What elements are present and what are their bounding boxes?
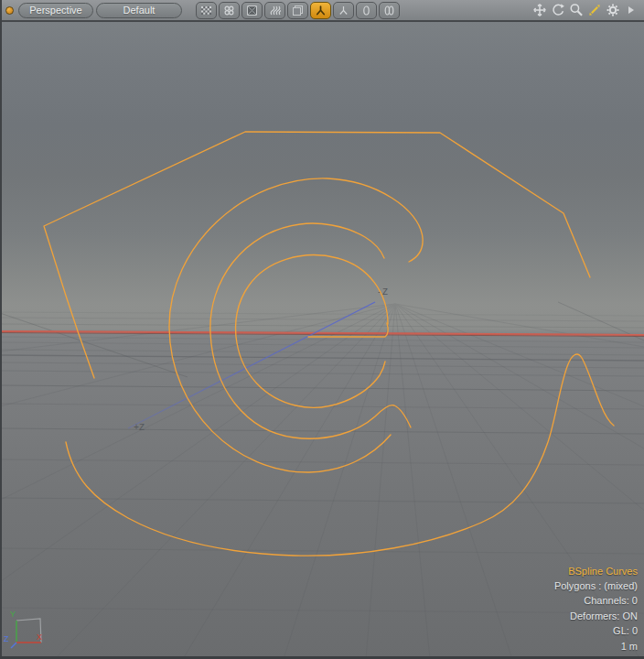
single-loop-icon[interactable]	[356, 2, 377, 19]
viewport-info-readout: BSpline Curves Polygons : (mixed) Channe…	[554, 564, 638, 654]
view-mode-button-row	[196, 2, 402, 19]
overlay-squares-icon[interactable]	[287, 2, 308, 19]
shaded-square-icon[interactable]	[242, 2, 263, 19]
pos-z-label: +Z	[134, 423, 145, 433]
quad-dots-icon[interactable]	[219, 2, 240, 19]
gizmo-z-label: Z	[4, 634, 9, 643]
axis-gizmo: Y X Z	[4, 610, 42, 648]
gizmo-x-label: X	[37, 632, 42, 642]
x-axis-line	[0, 331, 644, 337]
viewport-left-border	[0, 0, 2, 659]
info-grid-size: 1 m	[554, 639, 638, 654]
viewport-nav-icons	[531, 3, 640, 17]
gizmo-y-label: Y	[10, 610, 16, 619]
rotate-icon[interactable]	[549, 3, 567, 17]
info-channels: Channels: 0	[554, 593, 638, 608]
curve-swoosh	[66, 354, 614, 556]
maximize-icon[interactable]	[585, 3, 604, 17]
perspective-view-button[interactable]: Perspective	[18, 3, 93, 18]
checkerboard-icon[interactable]	[196, 2, 217, 19]
axis-tripod-active-icon[interactable]	[310, 2, 331, 19]
selection-type-label: BSpline Curves	[554, 564, 638, 578]
modeling-app-window: Perspective Default	[0, 0, 644, 659]
info-deformers: Deformers: ON	[554, 609, 638, 623]
selection-status-dot[interactable]	[5, 6, 14, 15]
settings-icon[interactable]	[604, 3, 622, 17]
axis-tripod-icon[interactable]	[333, 2, 354, 19]
pan-icon[interactable]	[531, 3, 549, 17]
double-loop-icon[interactable]	[379, 2, 400, 19]
expand-arrow-icon[interactable]	[622, 3, 640, 17]
curve-inner-ring	[236, 255, 388, 408]
info-polygons: Polygons : (mixed)	[554, 578, 638, 593]
3d-viewport[interactable]: -Z +Z Y X Z BS	[0, 22, 644, 659]
ground-grid	[0, 302, 644, 659]
zoom-icon[interactable]	[567, 3, 585, 17]
viewport-toolbar: Perspective Default	[0, 0, 644, 22]
wave-lines-icon[interactable]	[264, 2, 285, 19]
viewport-canvas: -Z +Z Y X Z	[0, 22, 644, 659]
shading-default-button[interactable]: Default	[96, 3, 182, 18]
info-gl: GL: 0	[554, 623, 638, 638]
